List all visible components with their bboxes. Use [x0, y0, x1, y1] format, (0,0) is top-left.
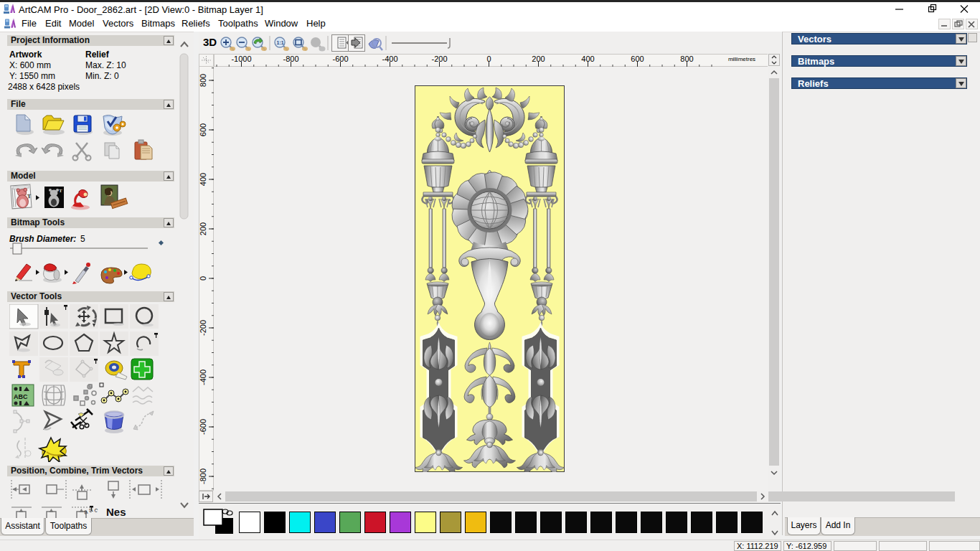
svg-text:c: c [93, 506, 98, 514]
svg-text:millimetres: millimetres [728, 56, 755, 62]
svg-text:-800: -800 [283, 55, 298, 63]
svg-text:-1000: -1000 [231, 55, 251, 63]
svg-text:200: 200 [532, 55, 545, 63]
svg-text:200: 200 [199, 222, 207, 235]
svg-text:600: 600 [199, 123, 207, 136]
svg-text:-800: -800 [199, 468, 207, 484]
svg-text:-600: -600 [332, 55, 348, 63]
svg-text:-400: -400 [382, 55, 397, 63]
svg-text:0: 0 [199, 276, 207, 281]
svg-text:800: 800 [199, 74, 207, 87]
svg-text:1:1: 1:1 [277, 40, 284, 45]
svg-text:-200: -200 [431, 55, 447, 63]
svg-text:600: 600 [631, 55, 644, 63]
svg-text:ABC: ABC [14, 393, 28, 400]
svg-text:T: T [59, 188, 62, 194]
svg-text:-200: -200 [199, 320, 207, 336]
svg-text:800: 800 [680, 55, 693, 63]
svg-text:400: 400 [581, 55, 594, 63]
svg-text:Nes: Nes [106, 506, 126, 518]
svg-text:-400: -400 [199, 369, 207, 385]
svg-text:0: 0 [486, 55, 491, 63]
svg-text:400: 400 [199, 173, 207, 186]
svg-text:T: T [27, 193, 32, 199]
svg-text:-600: -600 [199, 419, 207, 435]
